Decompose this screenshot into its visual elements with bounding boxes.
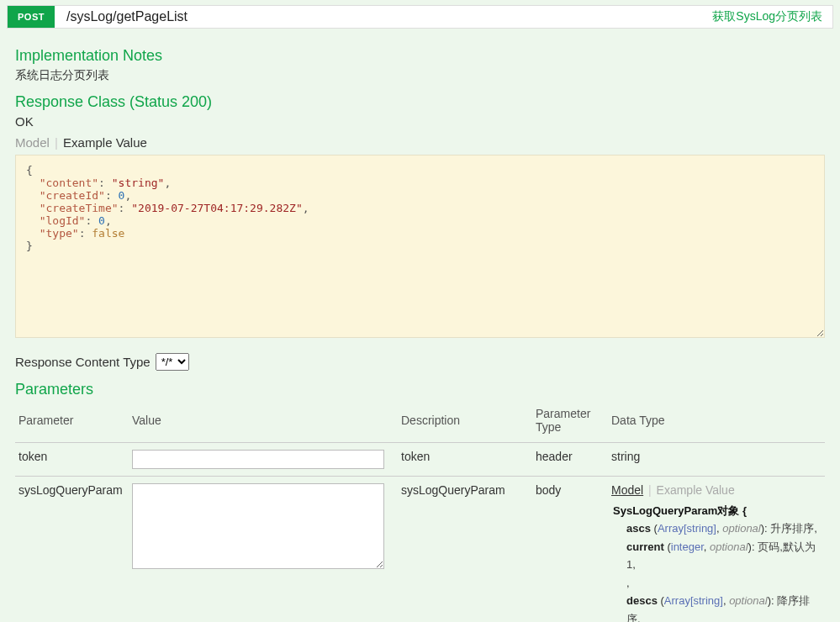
tab-separator: | — [648, 483, 652, 497]
tab-separator: | — [55, 135, 58, 150]
implementation-notes-body: 系统日志分页列表 — [15, 68, 825, 83]
table-row: token token header string — [15, 443, 825, 477]
tab-example-value[interactable]: Example Value — [657, 483, 735, 497]
param-type: body — [532, 477, 608, 623]
th-parameter: Parameter — [15, 402, 129, 443]
th-parameter-type: Parameter Type — [532, 402, 608, 443]
param-type: header — [532, 443, 608, 477]
param-value-input-token[interactable] — [132, 450, 384, 469]
tab-model[interactable]: Model — [611, 483, 643, 497]
http-method-badge: POST — [8, 6, 55, 28]
response-tabs: Model | Example Value — [15, 135, 825, 150]
th-description: Description — [398, 402, 532, 443]
th-data-type: Data Type — [608, 402, 825, 443]
tab-example-value[interactable]: Example Value — [63, 135, 147, 150]
model-schema: SysLogQueryParam对象 {ascs (Array[string],… — [611, 502, 822, 622]
datatype-model-tabs: Model | Example Value — [611, 483, 822, 497]
param-name: sysLogQueryParam — [15, 477, 129, 623]
operation-header[interactable]: POST /sysLog/getPageList 获取SysLog分页列表 — [7, 5, 833, 29]
parameters-table: Parameter Value Description Parameter Ty… — [15, 402, 825, 622]
implementation-notes-heading: Implementation Notes — [15, 47, 825, 65]
param-datatype: string — [608, 443, 825, 477]
response-content-type-label: Response Content Type — [15, 355, 151, 369]
param-value-textarea-body[interactable] — [132, 483, 384, 569]
tab-model[interactable]: Model — [15, 135, 50, 150]
th-value: Value — [129, 402, 398, 443]
table-row: sysLogQueryParam sysLogQueryParam body M… — [15, 477, 825, 623]
endpoint-summary: 获取SysLog分页列表 — [702, 9, 832, 24]
response-example-json[interactable]: { "content": "string", "createId": 0, "c… — [15, 155, 825, 338]
param-description: sysLogQueryParam — [398, 477, 532, 623]
parameters-heading: Parameters — [15, 381, 825, 398]
endpoint-path: /sysLog/getPageList — [55, 9, 702, 24]
response-status: OK — [15, 114, 825, 129]
param-description: token — [398, 443, 532, 477]
response-content-type-select[interactable]: */* — [156, 353, 189, 371]
param-name: token — [15, 443, 129, 477]
response-class-heading: Response Class (Status 200) — [15, 93, 825, 111]
